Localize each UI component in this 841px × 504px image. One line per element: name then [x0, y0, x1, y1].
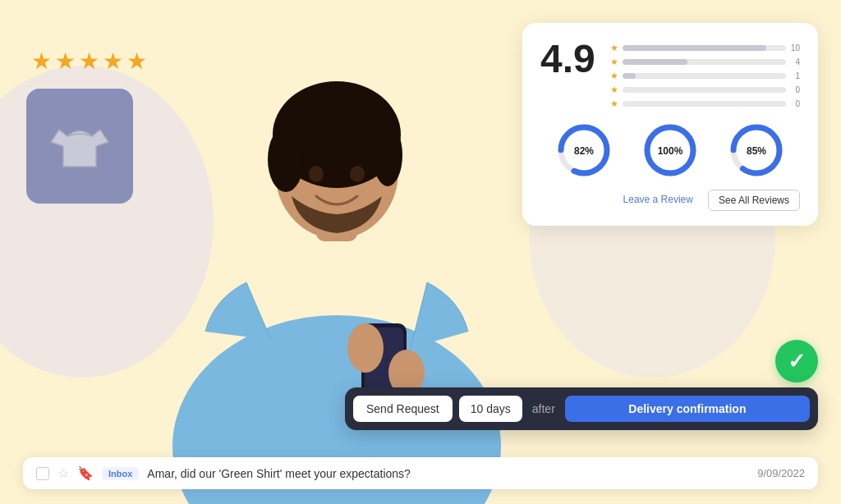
star-2: ★	[55, 48, 76, 75]
bar-num: 0	[790, 85, 800, 94]
bar-num: 1	[790, 71, 800, 80]
svg-point-7	[350, 166, 365, 182]
star-4: ★	[103, 48, 123, 75]
bar-num: 0	[790, 99, 800, 108]
person-illustration	[164, 20, 509, 504]
bar-row: ★ 0	[610, 85, 800, 95]
email-subject: Amar, did our 'Green Shirt' meet your ex…	[147, 467, 749, 480]
bar-num: 10	[790, 44, 800, 53]
bar-fill	[623, 45, 766, 51]
reviews-header: 4.9 ★ 10 ★ 4 ★ 1 ★ 0	[540, 39, 800, 109]
bar-row: ★ 1	[610, 71, 800, 81]
bar-bg	[623, 87, 786, 93]
donut-chart: 82%	[556, 122, 612, 178]
email-row: ☆ 🔖 Inbox Amar, did our 'Green Shirt' me…	[23, 457, 818, 489]
svg-text:85%: 85%	[747, 145, 766, 157]
bar-star: ★	[610, 71, 618, 81]
bar-num: 4	[790, 57, 800, 66]
donut-wrap: 85%	[728, 122, 784, 178]
email-checkbox[interactable]	[36, 467, 49, 480]
bar-row: ★ 10	[610, 43, 800, 53]
bar-bg	[623, 73, 786, 79]
stars-row: ★ ★ ★ ★ ★	[31, 48, 147, 75]
bar-star: ★	[610, 43, 618, 53]
after-label: after	[529, 402, 558, 415]
overall-rating: 4.9	[540, 39, 595, 79]
bar-fill	[623, 59, 688, 65]
bar-star: ★	[610, 85, 618, 95]
donut-row: 82% 100% 85%	[540, 122, 800, 178]
svg-point-5	[373, 124, 402, 186]
bar-star: ★	[610, 99, 618, 109]
email-star-icon[interactable]: ☆	[57, 465, 69, 481]
donut-wrap: 100%	[642, 122, 698, 178]
product-card	[26, 89, 133, 204]
svg-point-9	[347, 323, 384, 373]
bar-bg	[623, 59, 786, 65]
svg-text:100%: 100%	[658, 145, 683, 157]
check-badge: ✓	[775, 340, 818, 383]
email-bookmark-icon[interactable]: 🔖	[77, 465, 94, 481]
donut-chart: 100%	[642, 122, 698, 178]
inbox-badge: Inbox	[102, 467, 139, 480]
bar-star: ★	[610, 57, 618, 67]
automation-bar: Send Request 10 days after Delivery conf…	[345, 387, 818, 430]
star-1: ★	[31, 48, 52, 75]
leave-review-link[interactable]: Leave a Review	[617, 190, 700, 211]
svg-text:82%: 82%	[574, 145, 594, 157]
svg-point-4	[268, 126, 304, 192]
star-3: ★	[79, 48, 99, 75]
email-date: 9/09/2022	[757, 467, 805, 479]
bar-row: ★ 0	[610, 99, 800, 109]
reviews-card: 4.9 ★ 10 ★ 4 ★ 1 ★ 0	[522, 23, 818, 226]
bar-bg	[623, 45, 786, 51]
donut-chart: 85%	[728, 122, 784, 178]
reviews-buttons[interactable]: Leave a Review See All Reviews	[540, 190, 800, 211]
delivery-confirmation-button[interactable]: Delivery confirmation	[565, 396, 810, 422]
donut-wrap: 82%	[556, 122, 612, 178]
see-all-reviews-button[interactable]: See All Reviews	[708, 190, 800, 211]
send-request-button[interactable]: Send Request	[353, 396, 453, 422]
days-selector[interactable]: 10 days	[459, 396, 522, 422]
checkmark-icon: ✓	[788, 351, 806, 372]
bar-bg	[623, 101, 786, 107]
bar-fill	[623, 73, 636, 79]
rating-bars: ★ 10 ★ 4 ★ 1 ★ 0 ★	[610, 43, 800, 109]
svg-point-6	[309, 166, 324, 182]
bar-row: ★ 4	[610, 57, 800, 67]
tshirt-icon	[47, 113, 113, 179]
